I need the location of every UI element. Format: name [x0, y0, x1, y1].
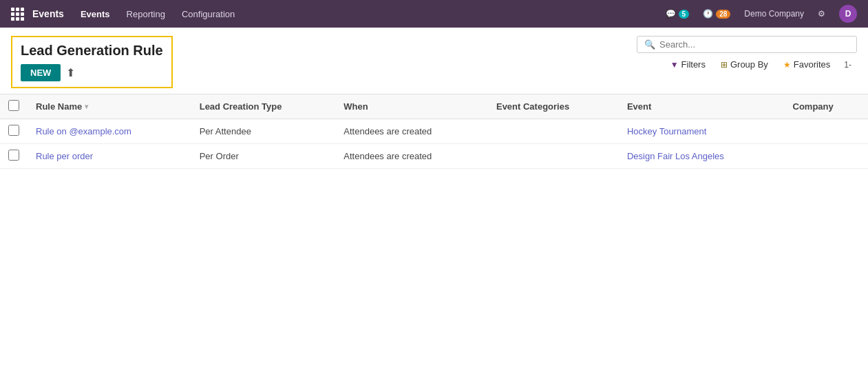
topnav-right: 💬 5 🕐 28 Demo Company ⚙ D: [660, 0, 862, 28]
th-company[interactable]: Company: [785, 94, 868, 119]
cell-event-0[interactable]: Hockey Tournament: [619, 119, 785, 144]
cell-when-0: Attendees are created: [335, 119, 488, 144]
topnav-configuration[interactable]: Configuration: [173, 0, 243, 28]
brand-label[interactable]: Events: [30, 8, 72, 19]
search-bar: 🔍: [637, 36, 857, 53]
rule-name-link-0[interactable]: Rule on @example.com: [36, 126, 131, 136]
settings-button[interactable]: ⚙: [812, 0, 831, 28]
th-when[interactable]: When: [335, 94, 488, 119]
row-select-checkbox-1[interactable]: [8, 150, 19, 161]
table-row: Rule on @example.com Per Attendee Attend…: [0, 119, 868, 144]
sort-icon: ▾: [85, 103, 88, 110]
messages-button[interactable]: 💬 5: [660, 0, 695, 28]
settings-icon: ⚙: [818, 9, 825, 19]
th-lead-creation-type[interactable]: Lead Creation Type: [191, 94, 336, 119]
topnav-reporting[interactable]: Reporting: [118, 0, 173, 28]
new-button[interactable]: NEW: [21, 64, 61, 81]
page-header-top: Lead Generation Rule NEW ⬆ 🔍 ▼ F: [11, 36, 857, 94]
star-icon: ★: [783, 60, 791, 70]
table-body: Rule on @example.com Per Attendee Attend…: [0, 119, 868, 169]
cell-when-1: Attendees are created: [335, 144, 488, 169]
table-wrapper: Rule Name ▾ Lead Creation Type When Even…: [0, 94, 868, 366]
table-header: Rule Name ▾ Lead Creation Type When Even…: [0, 94, 868, 119]
groupby-button[interactable]: ⊞ Group By: [714, 57, 775, 72]
cell-company-0: [785, 119, 868, 144]
topnav: Events Events Reporting Configuration 💬 …: [0, 0, 868, 28]
search-icon: 🔍: [644, 39, 655, 50]
cell-rule-name-0[interactable]: Rule on @example.com: [28, 119, 191, 144]
messages-badge: 5: [679, 10, 690, 19]
search-input[interactable]: [659, 39, 849, 50]
search-area: 🔍 ▼ Filters ⊞ Group By ★ Favorites: [637, 36, 857, 76]
groupby-icon: ⊞: [721, 60, 728, 70]
select-all-checkbox[interactable]: [8, 100, 19, 111]
th-event-categories[interactable]: Event Categories: [488, 94, 619, 119]
page-wrapper: Lead Generation Rule NEW ⬆ 🔍 ▼ F: [0, 28, 868, 366]
pager: 1-: [838, 60, 857, 70]
topnav-menu: Events Reporting Configuration: [72, 0, 660, 28]
th-event[interactable]: Event: [619, 94, 785, 119]
event-link-1[interactable]: Design Fair Los Angeles: [627, 151, 724, 161]
filter-bar: ▼ Filters ⊞ Group By ★ Favorites 1-: [664, 57, 857, 76]
cell-event-categories-0: [488, 119, 619, 144]
event-link-0[interactable]: Hockey Tournament: [627, 126, 706, 136]
company-label: Demo Company: [744, 9, 804, 19]
filters-label: Filters: [681, 59, 706, 70]
apps-menu[interactable]: [6, 8, 30, 21]
topnav-events[interactable]: Events: [72, 0, 118, 28]
row-select-checkbox-0[interactable]: [8, 125, 19, 136]
grid-icon: [11, 8, 24, 21]
filters-button[interactable]: ▼ Filters: [664, 57, 712, 72]
row-checkbox-1[interactable]: [0, 144, 28, 169]
rule-name-link-1[interactable]: Rule per order: [36, 151, 93, 161]
user-avatar[interactable]: D: [834, 0, 862, 28]
cell-rule-name-1[interactable]: Rule per order: [28, 144, 191, 169]
page-title: Lead Generation Rule: [21, 43, 163, 59]
pager-text: 1-: [844, 60, 851, 70]
cell-lead-creation-type-0: Per Attendee: [191, 119, 336, 144]
cell-event-categories-1: [488, 144, 619, 169]
page-actions: NEW ⬆: [21, 64, 163, 81]
upload-button[interactable]: ⬆: [66, 66, 75, 79]
page-title-area: Lead Generation Rule NEW ⬆: [11, 36, 173, 88]
rules-table: Rule Name ▾ Lead Creation Type When Even…: [0, 94, 868, 169]
row-checkbox-0[interactable]: [0, 119, 28, 144]
cell-company-1: [785, 144, 868, 169]
favorites-button[interactable]: ★ Favorites: [776, 57, 837, 72]
clock-badge: 28: [716, 10, 730, 19]
filter-icon: ▼: [670, 60, 679, 70]
cell-event-1[interactable]: Design Fair Los Angeles: [619, 144, 785, 169]
th-rule-name[interactable]: Rule Name ▾: [28, 94, 191, 119]
clock-icon: 🕐: [703, 9, 713, 19]
groupby-label: Group By: [730, 59, 768, 70]
favorites-label: Favorites: [794, 59, 830, 70]
clock-button[interactable]: 🕐 28: [697, 0, 736, 28]
messages-icon: 💬: [666, 9, 676, 19]
avatar: D: [839, 5, 857, 23]
table-row: Rule per order Per Order Attendees are c…: [0, 144, 868, 169]
page-header: Lead Generation Rule NEW ⬆ 🔍 ▼ F: [0, 28, 868, 94]
company-button[interactable]: Demo Company: [739, 0, 809, 28]
th-checkbox[interactable]: [0, 94, 28, 119]
upload-icon: ⬆: [66, 67, 75, 79]
cell-lead-creation-type-1: Per Order: [191, 144, 336, 169]
